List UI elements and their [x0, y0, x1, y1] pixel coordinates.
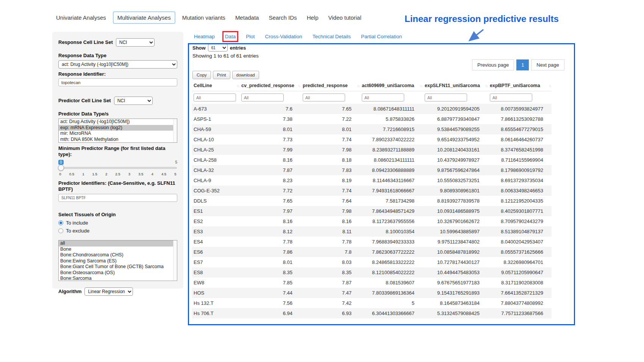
nav-item-video-tutorial[interactable]: Video tutorial [325, 11, 364, 24]
cell-line-name: CHLA-25 [192, 145, 239, 155]
predictor-data-types-list[interactable]: act: Drug Activity (-log10[IC50M])exp: m… [58, 119, 177, 143]
table-row[interactable]: ES17.977.987.8643494857142910.0931486588… [192, 206, 552, 216]
print-button[interactable]: Print [213, 71, 230, 79]
tissue-option-bone-ewing-sarcoma-es[interactable]: Bone:Ewing Sarcoma (ES) [59, 258, 177, 264]
response-cell-line-set-select[interactable]: NCI [116, 38, 155, 47]
table-row[interactable]: ES78.018.038.2486581332222210.7278174430… [192, 257, 552, 267]
table-row[interactable]: ES47.787.787.968839492333339.97511238474… [192, 237, 552, 247]
current-page-button[interactable]: 1 [516, 59, 529, 70]
table-row[interactable]: Hs 132.T7.567.4258.16458734631847.880437… [192, 298, 552, 308]
nav-item-multivariate-analyses[interactable]: Multivariate Analyses [113, 11, 175, 24]
cell-value: 8.3226980964701 [488, 257, 552, 267]
nav-item-univariate-analyses[interactable]: Univariate Analyses [53, 11, 109, 24]
tissue-option-bone-osteosarcoma-os[interactable]: Bone:Osteosarcoma (OS) [59, 270, 177, 276]
cell-value: 7.8 [301, 247, 360, 257]
cell-value: 7.89023374022222 [360, 134, 423, 145]
nav-item-metadata[interactable]: Metadata [232, 11, 262, 24]
radio-to-include[interactable]: To include [58, 220, 177, 226]
column-header-expslfn11-unisarcoma[interactable]: expSLFN11_uniSarcoma↑↓ [423, 80, 488, 91]
sort-icon[interactable]: ↑↓ [485, 84, 487, 88]
cell-value: 6.30441303366667 [360, 308, 423, 318]
table-row[interactable]: ES28.168.168.1172363795555610.3267901662… [192, 216, 552, 226]
show-entries-select[interactable]: 61 [208, 44, 228, 51]
predictor-identifiers-input[interactable] [58, 194, 177, 202]
filter-input-cellline[interactable] [194, 94, 236, 101]
cell-value: 8.11 [301, 226, 360, 237]
cell-value: 7.65 [301, 104, 360, 114]
table-row[interactable]: Hs 706.T6.946.936.304413033666675.313245… [192, 308, 552, 318]
table-row[interactable]: CHLA-98.238.198.1144634311666710.5550832… [192, 175, 552, 186]
slider-handle[interactable] [58, 165, 64, 171]
nav-item-mutation-variants[interactable]: Mutation variants [179, 11, 228, 24]
tissue-option-all[interactable]: all [59, 240, 177, 247]
cell-value: 10.2081240433161 [423, 145, 488, 155]
sort-icon[interactable]: ↑↓ [357, 84, 359, 88]
predictor-type-option-exp-mrna-expression-log2[interactable]: exp: mRNA Expression (log2) [59, 125, 177, 131]
column-header-cellline[interactable]: CellLine↑↓ [192, 80, 239, 91]
table-row[interactable]: A-6737.67.658.086716483111119.2012091959… [192, 104, 552, 114]
column-header-act609699-unisarcoma[interactable]: act609699_uniSarcoma↑↓ [360, 80, 423, 91]
response-data-type-select[interactable]: act: Drug Activity (-log10[IC50M]) [58, 60, 177, 69]
cell-line-name: ES6 [192, 247, 239, 257]
next-page-button[interactable]: Next page [531, 59, 564, 70]
cell-value: 8.81939277839578 [423, 196, 488, 206]
sort-icon[interactable]: ↑↓ [549, 84, 551, 88]
table-row[interactable]: CHLA-257.997.988.2389327118888910.208124… [192, 145, 552, 155]
tab-technical-details[interactable]: Technical Details [313, 34, 351, 39]
slider-tick-label: 2.5 [115, 172, 120, 176]
cell-value: 7.87 [239, 165, 301, 175]
cell-line-name: ES2 [192, 216, 239, 226]
table-row[interactable]: ASPS-17.387.225.8758338266.8879773934084… [192, 114, 552, 124]
table-row[interactable]: DDLS7.657.647.5817342988.819392778395788… [192, 196, 552, 206]
cell-line-name: ES1 [192, 206, 239, 216]
tissue-option-bone[interactable]: Bone [59, 247, 177, 253]
predictor-type-option-mth-dna-850k-methylation[interactable]: mth: DNA 850K Methylation [59, 137, 177, 143]
column-header-expbptf-unisarcoma[interactable]: expBPTF_uniSarcoma↑↓ [488, 80, 552, 91]
filter-input-cv-predicted-response[interactable] [241, 94, 284, 101]
nav-item-help[interactable]: Help [304, 11, 322, 24]
tissue-option-bone-chondrosarcoma-chs[interactable]: Bone:Chondrosarcoma (CHS) [59, 252, 177, 258]
algorithm-select[interactable]: Linear Regression [84, 287, 133, 296]
tab-data[interactable]: Data [225, 34, 236, 39]
table-row[interactable]: HOS7.447.477.803398691363649.15431765291… [192, 288, 552, 298]
nav-item-search-ids[interactable]: Search IDs [266, 11, 300, 24]
tab-heatmap[interactable]: Heatmap [194, 34, 215, 39]
previous-page-button[interactable]: Previous page [472, 59, 514, 70]
cell-value: 7.86613253092788 [488, 114, 552, 124]
filter-input-predicted-response[interactable] [303, 94, 345, 101]
predictor-type-option-mir-microrna[interactable]: mir: MicroRNA [59, 131, 177, 137]
radio-to-exclude[interactable]: To exclude [58, 228, 177, 234]
table-row[interactable]: ES67.867.87.8623063772222210.08584878189… [192, 247, 552, 257]
tab-partial-correlation[interactable]: Partial Correlation [361, 34, 402, 39]
sort-icon[interactable]: ↑↓ [298, 84, 300, 88]
filter-input-act609699-unisarcoma[interactable] [362, 94, 404, 101]
tissue-option-bone-giant-cell-tumor-of-bone-gctb-sarcoma[interactable]: Bone:Giant Cell Tumor of Bone (GCTB) Sar… [59, 264, 177, 270]
sort-icon[interactable]: ↑↓ [236, 84, 239, 88]
filter-input-expslfn11-unisarcoma[interactable] [425, 94, 467, 101]
min-predictor-range-slider[interactable]: 0 5 00.511.522.533.544.55 [58, 160, 177, 178]
filter-input-expbptf-unisarcoma[interactable] [490, 94, 532, 101]
table-row[interactable]: ES88.358.358.1210085402222210.4494475483… [192, 267, 552, 278]
table-row[interactable]: CHLA-107.737.747.890233740222229.6514923… [192, 134, 552, 145]
table-row[interactable]: EW87.857.878.0815396079.676756519771838.… [192, 278, 552, 288]
tissue-list[interactable]: allBoneBone:Chondrosarcoma (CHS)Bone:Ewi… [58, 240, 177, 281]
predictor-type-option-act-drug-activity-log10-ic50m[interactable]: act: Drug Activity (-log10[IC50M]) [59, 119, 177, 125]
table-row[interactable]: ES38.128.118.10001035410.5996438858978.5… [192, 226, 552, 237]
predictor-cell-line-set-select[interactable]: NCI [114, 97, 153, 105]
column-header-predicted-response[interactable]: predicted_response↑↓ [301, 80, 360, 91]
table-row[interactable]: CHLA-2588.168.188.0860213411111110.43792… [192, 155, 552, 165]
table-row[interactable]: CHA-598.018.017.72166089159.538445790892… [192, 124, 552, 134]
tab-plot[interactable]: Plot [246, 34, 255, 39]
slider-track[interactable] [59, 167, 177, 169]
download-button[interactable]: download [232, 71, 259, 79]
tissue-option-bone-sarcoma[interactable]: Bone:Sarcoma [59, 276, 177, 281]
tab-cross-validation[interactable]: Cross-Validation [265, 34, 302, 39]
cell-value: 8.08671648311111 [360, 104, 423, 114]
table-row[interactable]: COG-E-3527.727.747.949316180666679.80893… [192, 186, 552, 196]
response-identifier-input[interactable] [58, 78, 177, 86]
sort-icon[interactable]: ↑↓ [420, 84, 422, 88]
cell-value: 8.35 [301, 267, 360, 278]
copy-button[interactable]: Copy [192, 71, 211, 79]
table-row[interactable]: CHLA-327.877.838.094233068888899.8756759… [192, 165, 552, 175]
column-header-cv-predicted-response[interactable]: cv_predicted_response↑↓ [239, 80, 301, 91]
